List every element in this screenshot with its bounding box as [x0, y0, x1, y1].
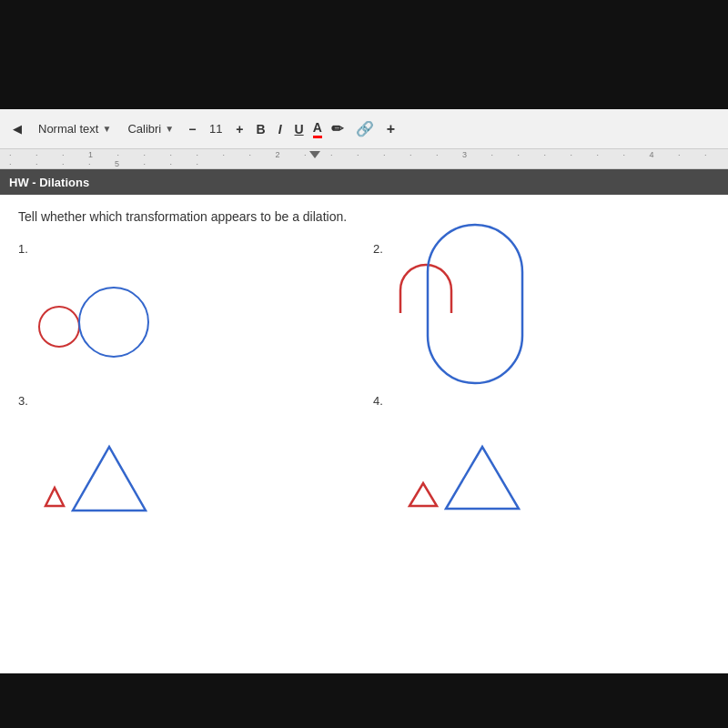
font-chevron-icon: ▼: [165, 124, 174, 134]
instruction-text: Tell whether which transformation appear…: [18, 209, 710, 224]
style-chevron-icon: ▼: [102, 124, 111, 134]
doc-title-bar: HW - Dilations: [0, 169, 728, 195]
problem-1-number: 1.: [18, 242, 355, 256]
problem-4-number: 4.: [373, 394, 710, 408]
problem-3-shapes: [18, 415, 355, 533]
ruler: · · · 1 · · · · · · 2 · · · · · · 3 · · …: [0, 149, 728, 169]
font-color-button[interactable]: A: [313, 120, 322, 138]
svg-marker-7: [73, 447, 146, 511]
svg-marker-9: [446, 447, 519, 509]
problem-2-svg: [373, 263, 555, 381]
problem-3-number: 3.: [18, 394, 355, 408]
highlight-color-icon[interactable]: ✏: [328, 118, 347, 139]
problem-3-svg: [18, 420, 200, 529]
font-size-display: 11: [205, 122, 227, 136]
problem-2: 2.: [373, 238, 710, 381]
back-arrow[interactable]: ◀: [7, 120, 27, 137]
doc-area: Tell whether which transformation appear…: [0, 195, 728, 673]
bottom-black-bar: [0, 673, 728, 728]
svg-point-0: [39, 307, 79, 347]
style-label: Normal text: [38, 122, 98, 136]
svg-marker-6: [46, 488, 64, 506]
underline-button[interactable]: U: [291, 120, 308, 138]
problem-1: 1.: [18, 238, 355, 381]
screen-container: ◀ Normal text ▼ Calibri ▼ − 11 + B I U A…: [0, 0, 728, 728]
problem-3: 3.: [18, 390, 355, 533]
top-black-bar: [0, 0, 728, 109]
svg-point-1: [79, 288, 148, 357]
ruler-marks: · · · 1 · · · · · · 2 · · · · · · 3 · · …: [0, 150, 728, 168]
problem-1-svg: [18, 272, 164, 372]
style-dropdown[interactable]: Normal text ▼: [33, 120, 116, 137]
ruler-marker: [309, 151, 320, 158]
problem-2-number: 2.: [373, 242, 710, 256]
font-size-decrease-button[interactable]: −: [185, 120, 199, 138]
svg-marker-8: [410, 483, 437, 506]
insert-icon[interactable]: +: [383, 119, 399, 139]
doc-title: HW - Dilations: [9, 176, 89, 189]
link-icon[interactable]: 🔗: [352, 118, 378, 139]
problem-4-svg: [373, 420, 555, 529]
toolbar: ◀ Normal text ▼ Calibri ▼ − 11 + B I U A…: [0, 109, 728, 149]
italic-button[interactable]: I: [275, 120, 286, 138]
problem-4-shapes: [373, 415, 710, 533]
font-dropdown[interactable]: Calibri ▼: [122, 120, 179, 137]
problem-2-shapes: [373, 263, 710, 381]
problems-grid: 1. 2.: [18, 238, 710, 533]
bold-button[interactable]: B: [253, 120, 269, 138]
font-label: Calibri: [127, 122, 161, 136]
font-size-increase-button[interactable]: +: [232, 120, 247, 138]
problem-1-shapes: [18, 263, 355, 381]
problem-4: 4.: [373, 390, 710, 533]
